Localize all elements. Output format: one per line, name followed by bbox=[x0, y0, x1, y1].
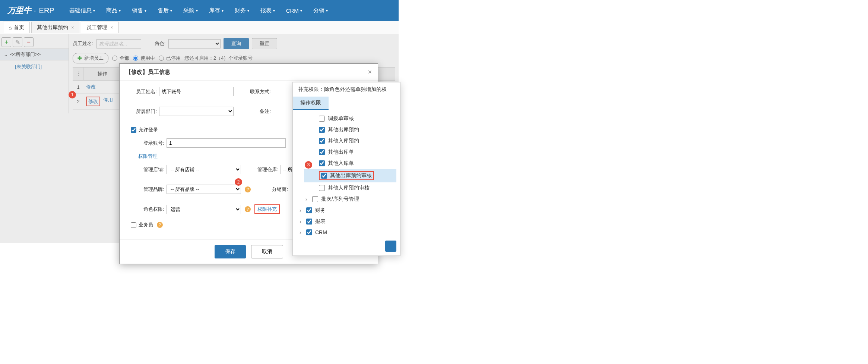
brand-label: 管理品牌: bbox=[138, 186, 164, 193]
radio-active[interactable]: 使用中 bbox=[133, 55, 155, 62]
logo-text: 万里牛 bbox=[7, 5, 31, 16]
col-operation: 操作 bbox=[84, 68, 121, 80]
annotation-badge-3: 3 bbox=[305, 161, 312, 169]
salesperson-checkbox[interactable] bbox=[131, 222, 136, 228]
role-select[interactable] bbox=[168, 39, 221, 48]
nav-product[interactable]: 商品▾ bbox=[106, 7, 121, 14]
disable-link[interactable]: 停用 bbox=[103, 97, 113, 106]
help-icon[interactable]: ? bbox=[157, 222, 163, 228]
tab-home[interactable]: ⌂ 首页 bbox=[3, 22, 30, 33]
search-button[interactable]: 查询 bbox=[224, 38, 249, 49]
perm-group-crm[interactable]: ›CRM bbox=[298, 227, 396, 237]
logo: 万里牛 · ERP bbox=[7, 5, 54, 16]
menu-icon[interactable]: ⋮ bbox=[73, 68, 84, 80]
top-nav: 万里牛 · ERP 基础信息▾ 商品▾ 销售▾ 售后▾ 采购▾ 库存▾ 财务▾ … bbox=[0, 0, 399, 21]
close-icon[interactable]: × bbox=[368, 68, 372, 76]
sidebar: + ✎ − ⌄ <<所有部门>> [未关联部门] bbox=[0, 34, 69, 113]
dept-select[interactable] bbox=[159, 107, 234, 116]
edit-link[interactable]: 修改 bbox=[86, 84, 96, 90]
brand-select[interactable]: -- 所有品牌 -- bbox=[167, 185, 241, 194]
dept-all[interactable]: ⌄ <<所有部门>> bbox=[0, 48, 69, 60]
perm-tab-operation[interactable]: 操作权限 bbox=[293, 97, 329, 110]
allow-login-label: 允许登录 bbox=[139, 126, 158, 133]
help-icon[interactable]: ? bbox=[245, 186, 251, 192]
nav-crm[interactable]: CRM▾ bbox=[286, 7, 302, 14]
account-input[interactable] bbox=[167, 138, 286, 148]
save-button[interactable]: 保存 bbox=[215, 245, 246, 258]
toolbar-row: ✚ 新增员工 全部 使用中 已停用 您还可启用：2（4）个登录账号 bbox=[73, 53, 395, 63]
note-label: 备注: bbox=[245, 108, 271, 115]
row-number: 1 bbox=[73, 81, 84, 93]
chevron-down-icon: ▾ bbox=[300, 9, 302, 13]
close-icon[interactable]: × bbox=[110, 25, 113, 30]
chevron-down-icon: ▾ bbox=[119, 9, 121, 13]
perm-supplement-link[interactable]: 权限补充 bbox=[254, 204, 280, 214]
name-label: 员工姓名: bbox=[73, 40, 94, 47]
contact-label: 联系方式: bbox=[245, 88, 271, 95]
delete-dept-button[interactable]: − bbox=[24, 37, 34, 47]
home-icon: ⌂ bbox=[9, 25, 12, 31]
nav-basic[interactable]: 基础信息▾ bbox=[69, 7, 95, 14]
close-icon[interactable]: × bbox=[71, 25, 74, 30]
radio-disabled[interactable]: 已停用 bbox=[159, 55, 181, 62]
perm-item[interactable]: 其他入库预约 bbox=[304, 135, 396, 147]
logo-suffix: ERP bbox=[39, 6, 54, 15]
nav-report[interactable]: 报表▾ bbox=[260, 7, 275, 14]
perm-item[interactable]: 其他出库预约 bbox=[304, 124, 396, 135]
warehouse-label: 管理仓库: bbox=[252, 166, 278, 173]
perm-group-batch[interactable]: ›批次/序列号管理 bbox=[304, 194, 396, 205]
add-employee-button[interactable]: ✚ 新增员工 bbox=[73, 53, 108, 63]
reset-button[interactable]: 重置 bbox=[252, 38, 277, 49]
perm-group-report[interactable]: ›报表 bbox=[298, 216, 396, 227]
perm-confirm-button[interactable] bbox=[385, 241, 396, 252]
chevron-down-icon: ▾ bbox=[145, 9, 146, 13]
modal-title: 【修改】员工信息 bbox=[126, 69, 170, 76]
perm-item[interactable]: 其他人库预约审核 bbox=[304, 182, 396, 194]
nav-distribution[interactable]: 分销▾ bbox=[313, 7, 328, 14]
chevron-down-icon: ▾ bbox=[222, 9, 224, 13]
tab-outbound-reservation[interactable]: 其他出库预约 × bbox=[31, 22, 79, 33]
annotation-badge-2: 2 bbox=[235, 178, 242, 186]
edit-dept-button[interactable]: ✎ bbox=[13, 37, 22, 47]
perm-item-outbound-approval[interactable]: 其他出库预约审核 bbox=[304, 169, 396, 182]
perm-item[interactable]: 调拨单审核 bbox=[304, 113, 396, 124]
add-dept-button[interactable]: + bbox=[1, 37, 11, 47]
chevron-down-icon: ▾ bbox=[247, 9, 249, 13]
nav-purchase[interactable]: 采购▾ bbox=[183, 7, 198, 14]
cancel-button[interactable]: 取消 bbox=[251, 245, 283, 258]
nav-sales[interactable]: 销售▾ bbox=[132, 7, 146, 14]
perm-group-finance[interactable]: ›财务 bbox=[298, 205, 396, 216]
role-label: 角色: bbox=[155, 40, 166, 47]
perm-item[interactable]: 其他入库单 bbox=[304, 158, 396, 169]
chevron-down-icon: ⌄ bbox=[4, 52, 8, 57]
dept-label: 所属部门: bbox=[131, 108, 157, 115]
shop-select[interactable]: -- 所有店铺 -- bbox=[167, 165, 241, 174]
chevron-down-icon: ▾ bbox=[170, 9, 172, 13]
edit-link[interactable]: 修改 bbox=[86, 97, 100, 106]
dept-unlinked[interactable]: [未关联部门] bbox=[0, 60, 69, 73]
filter-row: 员工姓名: 角色: 查询 重置 bbox=[73, 38, 395, 49]
emp-name-input[interactable] bbox=[159, 87, 234, 96]
nav-stock[interactable]: 库存▾ bbox=[209, 7, 224, 14]
help-icon[interactable]: ? bbox=[245, 206, 251, 212]
shop-label: 管理店铺: bbox=[138, 166, 164, 173]
permission-panel: 补充权限：除角色外还需单独增加的权 操作权限 调拨单审核 其他出库预约 其他入库… bbox=[292, 82, 400, 256]
chevron-down-icon: ▾ bbox=[273, 9, 275, 13]
quota-text: 您还可启用：2（4）个登录账号 bbox=[184, 55, 253, 62]
sidebar-tools: + ✎ − bbox=[0, 36, 69, 48]
radio-all[interactable]: 全部 bbox=[112, 55, 129, 62]
nav-aftersale[interactable]: 售后▾ bbox=[158, 7, 172, 14]
role-perm-select[interactable]: 运营 bbox=[167, 205, 241, 214]
tab-bar: ⌂ 首页 其他出库预约 × 员工管理 × bbox=[0, 21, 399, 34]
perm-tree: 调拨单审核 其他出库预约 其他入库预约 其他出库单 其他入库单 其他出库预约审核… bbox=[293, 110, 400, 237]
tab-employee-mgmt[interactable]: 员工管理 × bbox=[81, 22, 118, 33]
name-input[interactable] bbox=[96, 39, 141, 48]
chevron-down-icon: ▾ bbox=[326, 9, 328, 13]
distributor-label: 分销商: bbox=[262, 186, 288, 193]
nav-items: 基础信息▾ 商品▾ 销售▾ 售后▾ 采购▾ 库存▾ 财务▾ 报表▾ CRM▾ 分… bbox=[69, 7, 328, 14]
nav-finance[interactable]: 财务▾ bbox=[235, 7, 249, 14]
allow-login-checkbox[interactable] bbox=[131, 127, 136, 133]
chevron-down-icon: ▾ bbox=[196, 9, 198, 13]
role-perm-label: 角色权限: bbox=[138, 206, 164, 213]
perm-item[interactable]: 其他出库单 bbox=[304, 147, 396, 158]
